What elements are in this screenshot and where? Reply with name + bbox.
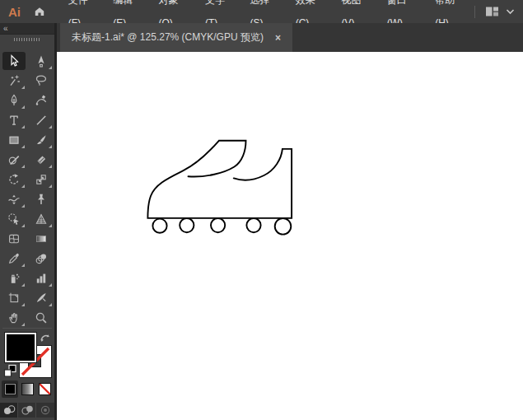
flyout-indicator — [49, 66, 52, 69]
slice-tool[interactable] — [30, 289, 53, 307]
color-button[interactable] — [2, 380, 18, 398]
tab-close-icon[interactable]: × — [275, 32, 281, 44]
shaper-pencil-tool[interactable] — [2, 151, 26, 169]
direct-selection-tool[interactable] — [30, 52, 53, 70]
puppet-warp-tool[interactable] — [30, 190, 53, 208]
collapse-panel-icon[interactable]: « — [3, 24, 7, 33]
flyout-indicator — [21, 105, 25, 109]
skate-wheel-circle[interactable] — [211, 218, 225, 232]
drawing-mode-bar — [0, 403, 54, 418]
gradient-button[interactable] — [19, 380, 35, 398]
color-swatch — [5, 384, 16, 394]
flyout-indicator — [49, 165, 52, 168]
color-type-buttons — [2, 380, 54, 398]
flyout-indicator — [21, 204, 25, 208]
flyout-indicator — [49, 145, 52, 148]
fill-swatch-black[interactable] — [5, 333, 36, 362]
draw-normal-button[interactable] — [0, 403, 18, 418]
pen-tool[interactable] — [2, 91, 26, 110]
flyout-indicator — [49, 224, 52, 227]
lasso-tool[interactable] — [30, 72, 53, 90]
selection-tool[interactable] — [2, 52, 26, 70]
draw-behind-button[interactable] — [18, 403, 36, 418]
tools-panel-header: « — [0, 23, 54, 35]
paintbrush-tool[interactable] — [30, 131, 53, 149]
flyout-indicator — [49, 303, 52, 306]
illustrator-window: Ai 文件(F)编辑(E)对象(O)文字(T)选择(S)效果(C)视图(V)窗口… — [0, 0, 523, 420]
zoom-tool[interactable] — [30, 309, 53, 327]
eraser-tool[interactable] — [30, 151, 53, 169]
skate-wheel-circle[interactable] — [152, 219, 166, 233]
flyout-indicator — [21, 224, 25, 227]
swap-fill-stroke-icon[interactable] — [39, 331, 52, 344]
tools-panel: « — [0, 23, 54, 420]
skate-wheel-circle[interactable] — [246, 218, 260, 232]
flyout-indicator — [21, 283, 25, 287]
flyout-indicator — [21, 86, 25, 89]
flyout-indicator — [21, 184, 25, 188]
symbol-sprayer-tool[interactable] — [2, 269, 26, 287]
mesh-tool[interactable] — [2, 230, 26, 248]
tools-grid — [0, 51, 54, 328]
magic-wand-tool[interactable] — [2, 72, 26, 90]
flyout-indicator — [49, 184, 52, 188]
menubar-right — [474, 4, 523, 19]
document-tab[interactable]: 未标题-1.ai* @ 125.27% (CMYK/GPU 预览) × — [60, 23, 292, 52]
flyout-indicator — [21, 165, 25, 168]
toolbar-divider — [2, 328, 52, 329]
gradient-tool[interactable] — [30, 230, 53, 248]
artwork-roller-skate[interactable] — [57, 52, 523, 420]
gradient-swatch — [22, 384, 33, 394]
home-icon[interactable] — [32, 4, 47, 19]
perspective-grid-tool[interactable] — [30, 210, 53, 228]
chevron-down-icon[interactable] — [506, 4, 515, 19]
skate-wheel-circle[interactable] — [275, 218, 292, 235]
scale-tool[interactable] — [30, 170, 53, 189]
panel-drag-handle[interactable] — [14, 38, 40, 41]
column-graph-tool[interactable] — [30, 269, 53, 287]
default-fill-stroke-icon[interactable] — [3, 364, 17, 378]
rotate-tool[interactable] — [2, 170, 26, 189]
skate-body-path[interactable] — [147, 141, 292, 218]
none-swatch — [40, 384, 50, 394]
document-tab-title: 未标题-1.ai* @ 125.27% (CMYK/GPU 预览) — [72, 30, 264, 44]
shape-builder-tool[interactable] — [2, 210, 26, 228]
workspace-switcher-icon[interactable] — [485, 5, 499, 18]
curvature-tool[interactable] — [30, 91, 53, 110]
eyedropper-tool[interactable] — [2, 250, 26, 268]
ai-logo: Ai — [8, 5, 21, 19]
flyout-indicator — [21, 125, 25, 128]
artboard-tool[interactable] — [2, 289, 26, 307]
flyout-indicator — [21, 323, 25, 326]
line-segment-tool[interactable] — [30, 111, 53, 129]
width-tool[interactable] — [2, 190, 26, 208]
flyout-indicator — [49, 125, 52, 128]
hand-tool[interactable] — [2, 309, 26, 327]
document-tab-bar: 未标题-1.ai* @ 125.27% (CMYK/GPU 预览) × — [57, 23, 523, 52]
menubar-separator — [474, 6, 475, 18]
menu-bar: Ai 文件(F)编辑(E)对象(O)文字(T)选择(S)效果(C)视图(V)窗口… — [0, 0, 523, 23]
artboard-canvas[interactable] — [57, 52, 523, 420]
blend-tool[interactable] — [30, 250, 53, 268]
flyout-indicator — [49, 283, 52, 287]
type-tool[interactable] — [2, 111, 26, 129]
draw-inside-button[interactable] — [36, 403, 54, 418]
flyout-indicator — [21, 264, 25, 267]
none-button[interactable] — [36, 380, 53, 398]
rectangle-tool[interactable] — [2, 131, 26, 149]
flyout-indicator — [21, 145, 25, 148]
skate-wheel-circle[interactable] — [180, 218, 194, 232]
flyout-indicator — [21, 303, 25, 306]
